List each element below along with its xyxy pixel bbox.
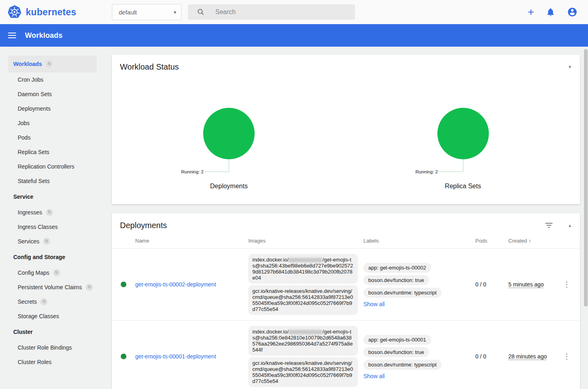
sidebar-item-storage-classes[interactable]: Storage Classes <box>0 309 104 323</box>
label-chip: boson.dev/runtime: typescript <box>363 360 442 370</box>
sidebar-item-label: Daemon Sets <box>18 91 52 97</box>
labels-cell: app: get-emojis-ts-00002boson.dev/functi… <box>363 260 475 309</box>
kubernetes-helm-icon <box>7 5 22 19</box>
created-timestamp: 5 minutes ago <box>508 281 544 288</box>
sidebar-item-config-maps[interactable]: Config MapsN <box>0 266 104 280</box>
pie-annotation: Running: 2 <box>181 169 204 174</box>
user-account-icon[interactable] <box>567 7 578 17</box>
created-cell: 5 minutes ago <box>508 281 559 288</box>
sort-ascending-icon: ↑ <box>528 238 531 244</box>
image-chip: index.docker.io//get-emojis-ts@sha256:43… <box>248 254 358 284</box>
sidebar-item-persistent-volume-claims[interactable]: Persistent Volume ClaimsN <box>0 280 104 294</box>
new-badge: N <box>40 298 47 305</box>
sidebar-item-label: Replica Sets <box>18 149 50 155</box>
collapse-card-icon[interactable]: ▲ <box>568 64 572 68</box>
sidebar-item-jobs[interactable]: Jobs <box>0 116 104 130</box>
label-line: boson.dev/runtime: typescript <box>363 286 472 299</box>
header-actions: + <box>528 0 578 24</box>
workload-chart-replica-sets: Running: 2Replica Sets <box>346 72 580 190</box>
create-resource-button[interactable]: + <box>528 7 534 18</box>
workload-charts: Running: 2DeploymentsRunning: 2Replica S… <box>112 72 580 190</box>
image-chip: index.docker.io//get-emojis-ts@sha256:0e… <box>248 326 358 356</box>
sidebar-item-secrets[interactable]: SecretsN <box>0 294 104 309</box>
chart-name: Deployments <box>112 183 346 190</box>
sidebar-item-stateful-sets[interactable]: Stateful Sets <box>0 174 104 188</box>
label-line: boson.dev/runtime: typescript <box>363 358 472 371</box>
namespace-selector[interactable]: default ▾ <box>112 4 182 20</box>
kubernetes-logo[interactable]: kubernetes <box>7 5 76 19</box>
menu-cell: ⋮ <box>559 278 580 290</box>
annotation-connector-line <box>439 159 463 172</box>
column-header-created[interactable]: Created↑ <box>508 238 559 244</box>
name-cell: get-emojis-ts-00001-deployment <box>135 353 248 360</box>
search-icon <box>197 8 205 16</box>
sidebar-item-label: Ingress Classes <box>18 224 58 230</box>
sidebar-item-ingress-classes[interactable]: Ingress Classes <box>0 220 104 234</box>
created-cell: 28 minutes ago <box>508 353 559 360</box>
column-header-pods: Pods <box>475 238 508 244</box>
label-chip: app: get-emojis-ts-00002 <box>363 263 431 273</box>
sidebar-section-config-and-storage: Config and Storage <box>0 249 104 266</box>
sidebar-item-services[interactable]: ServicesN <box>0 234 104 249</box>
label-line: boson.dev/function: true <box>363 274 472 286</box>
brand-name: kubernetes <box>26 7 76 18</box>
sidebar-item-label: Pods <box>18 134 31 141</box>
sidebar-item-label: Storage Classes <box>18 313 59 319</box>
label-line: app: get-emojis-ts-00001 <box>363 333 472 346</box>
sidebar-item-label: Cluster Roles <box>18 359 52 365</box>
row-actions-kebab-icon[interactable]: ⋮ <box>559 350 574 362</box>
pods-cell: 0 / 0 <box>475 353 508 360</box>
redacted-text <box>289 258 322 262</box>
sidebar-item-cluster-role-bindings[interactable]: Cluster Role Bindings <box>0 340 104 355</box>
workload-chart-deployments: Running: 2Deployments <box>112 72 346 190</box>
namespace-value: default <box>119 9 137 16</box>
column-header-labels: Labels <box>363 238 475 244</box>
collapse-card-icon[interactable]: ▲ <box>568 224 572 228</box>
status-pie-chart: Running: 2 <box>346 72 580 181</box>
menu-hamburger-icon[interactable] <box>8 33 16 38</box>
show-all-link[interactable]: Show all <box>363 373 385 379</box>
sidebar-item-label: Services <box>18 238 39 245</box>
sidebar-item-label: Secrets <box>18 298 37 305</box>
sidebar-section-cluster: Cluster <box>0 323 104 340</box>
sidebar-item-cron-jobs[interactable]: Cron Jobs <box>0 72 104 87</box>
page-title: Workloads <box>25 31 63 40</box>
pods-cell: 0 / 0 <box>475 281 508 288</box>
sidebar-item-workloads[interactable]: WorkloadsN <box>8 56 97 72</box>
workload-status-title: Workload Status <box>120 61 179 72</box>
row-actions-kebab-icon[interactable]: ⋮ <box>559 278 574 290</box>
new-badge: N <box>53 269 60 276</box>
sidebar-item-label: Config and Storage <box>13 254 65 260</box>
label-chip: boson.dev/runtime: typescript <box>363 288 442 298</box>
images-cell: index.docker.io//get-emojis-ts@sha256:0e… <box>248 323 363 389</box>
status-running-icon <box>121 354 126 359</box>
sidebar-item-label: Workloads <box>13 61 42 67</box>
created-timestamp: 28 minutes ago <box>508 353 547 360</box>
vertical-scrollbar[interactable] <box>584 49 588 307</box>
table-header-row: Name Images Labels Pods Created↑ <box>112 233 580 248</box>
notifications-bell-icon[interactable] <box>546 7 555 17</box>
show-all-link[interactable]: Show all <box>363 301 385 307</box>
sidebar-item-daemon-sets[interactable]: Daemon Sets <box>0 87 104 101</box>
sidebar-item-pods[interactable]: Pods <box>0 130 104 145</box>
menu-cell: ⋮ <box>559 350 580 362</box>
deployment-name-link[interactable]: get-emojis-ts-00001-deployment <box>135 353 216 360</box>
label-chip: app: get-emojis-ts-00001 <box>363 335 431 345</box>
annotation-connector-line <box>205 159 229 172</box>
sidebar-item-replica-sets[interactable]: Replica Sets <box>0 145 104 159</box>
label-line: app: get-emojis-ts-00002 <box>363 261 472 274</box>
sidebar-item-cluster-roles[interactable]: Cluster Roles <box>0 355 104 369</box>
sidebar-item-replication-controllers[interactable]: Replication Controllers <box>0 159 104 174</box>
status-pie-chart: Running: 2 <box>112 72 346 181</box>
image-chip: gcr.io/knative-releases/knative.dev/serv… <box>248 357 358 387</box>
images-cell: index.docker.io//get-emojis-ts@sha256:43… <box>248 251 363 318</box>
sidebar-item-label: Persistent Volume Claims <box>18 284 82 290</box>
filter-icon[interactable] <box>545 223 553 228</box>
search-input[interactable] <box>215 8 350 16</box>
name-cell: get-emojis-ts-00002-deployment <box>135 281 248 288</box>
sidebar-item-ingresses[interactable]: IngressesN <box>0 205 104 220</box>
sidebar-item-deployments[interactable]: Deployments <box>0 101 104 116</box>
sidebar-item-label: Cluster <box>13 329 33 335</box>
deployment-name-link[interactable]: get-emojis-ts-00002-deployment <box>135 281 216 288</box>
sidebar-item-label: Stateful Sets <box>18 178 50 184</box>
